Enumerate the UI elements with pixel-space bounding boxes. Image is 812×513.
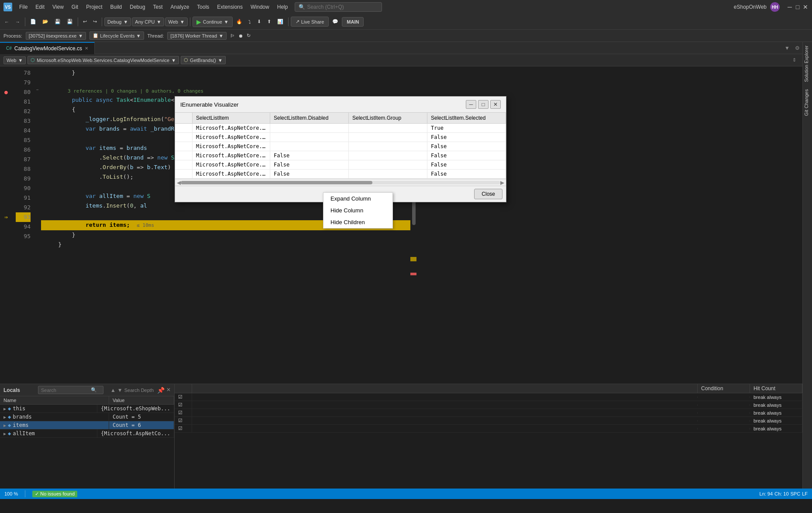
redo-button[interactable]: ↪	[90, 17, 100, 26]
bp-row-3[interactable]: ☑ break always	[175, 409, 802, 417]
dialog-row-2[interactable]: Microsoft.AspNetCore.Mvc.Rendering.Selec…	[175, 142, 506, 151]
locals-search-box[interactable]: 🔍	[38, 386, 103, 394]
process-dropdown[interactable]: [30752] iisexpress.exe ▼	[26, 32, 86, 40]
back-button[interactable]: ←	[2, 18, 12, 26]
target-dropdown[interactable]: Web ▼	[165, 17, 187, 26]
save-button[interactable]: 💾	[52, 17, 63, 26]
scope-dropdown[interactable]: Web ▼	[3, 56, 26, 64]
tab-dropdown-button[interactable]: ▼	[782, 45, 792, 51]
menu-view[interactable]: View	[49, 2, 67, 12]
status-line[interactable]: Ln: 94 Ch: 10 SPC LF	[760, 491, 808, 496]
thread-dropdown[interactable]: [1876] Worker Thread ▼	[167, 32, 227, 40]
dialog-th-3[interactable]: SelectListItem.Group	[349, 113, 427, 123]
ienumerable-dialog[interactable]: IEnumerable Visualizer ─ □ ✕ SelectListI…	[175, 96, 506, 202]
scroll-right-btn[interactable]: ▶	[500, 180, 504, 186]
status-zoom[interactable]: 100 %	[4, 491, 18, 496]
lifecycle-events-btn[interactable]: 📋 Lifecycle Events ▼	[89, 31, 144, 40]
bp-row-2[interactable]: ☑ break always	[175, 401, 802, 409]
menu-file[interactable]: File	[16, 2, 31, 12]
step-into-button[interactable]: ⬇	[255, 17, 264, 26]
forward-button[interactable]: →	[13, 18, 23, 26]
debug-mode-dropdown[interactable]: Debug ▼	[104, 17, 131, 26]
bp-check-3[interactable]: ☑	[175, 409, 192, 416]
expand-items[interactable]: ▶	[3, 423, 6, 428]
scroll-left-btn[interactable]: ◀	[177, 180, 181, 186]
menu-project[interactable]: Project	[83, 2, 106, 12]
send-feedback-button[interactable]: 💬	[330, 17, 341, 26]
minimize-button[interactable]: ─	[787, 4, 793, 10]
locals-row-items[interactable]: ▶ ◆ items Count = 6	[0, 421, 174, 430]
expand-brands[interactable]: ▶	[3, 415, 6, 419]
pin-button[interactable]: 📌	[157, 387, 165, 394]
continue-button[interactable]: ▶ Continue ▼	[193, 17, 233, 27]
menu-edit[interactable]: Edit	[32, 2, 48, 12]
tab-close-button[interactable]: ✕	[85, 46, 88, 51]
user-avatar[interactable]: HH	[770, 2, 780, 12]
bp-row-4[interactable]: ☑ break always	[175, 417, 802, 425]
dialog-th-4[interactable]: SelectListItem.Selected	[427, 113, 506, 123]
platform-dropdown[interactable]: Any CPU ▼	[132, 17, 164, 26]
menu-git[interactable]: Git	[68, 2, 82, 12]
dialog-th-2[interactable]: SelectListItem.Disabled	[270, 113, 349, 123]
main-branch-button[interactable]: MAIN	[342, 17, 364, 27]
col-80[interactable]: −	[34, 87, 41, 97]
open-button[interactable]: 📂	[40, 17, 51, 26]
dialog-scrollbar-track[interactable]	[181, 181, 500, 184]
method-dropdown[interactable]: ⬡ GetBrands() ▼	[181, 56, 226, 64]
down-arrow-btn[interactable]: ▼	[117, 387, 123, 393]
close-button[interactable]: ✕	[802, 4, 809, 10]
dialog-row-5[interactable]: Microsoft.AspNetCore.Mvc.Rendering.Selec…	[175, 170, 506, 179]
undo-button[interactable]: ↩	[80, 17, 89, 26]
step-out-button[interactable]: ⬆	[265, 17, 274, 26]
bp-row-5[interactable]: ☑ break always	[175, 425, 802, 433]
global-search-box[interactable]: 🔍	[295, 2, 382, 12]
solution-explorer-tab[interactable]: Solution Explorer	[803, 42, 812, 86]
menu-test[interactable]: Test	[150, 2, 166, 12]
status-issues[interactable]: ✓ No issues found	[32, 491, 77, 497]
nav-expand-button[interactable]: ⇕	[790, 57, 799, 63]
bp-check-5[interactable]: ☑	[175, 425, 192, 432]
menu-window[interactable]: Window	[247, 2, 273, 12]
menu-debug[interactable]: Debug	[126, 2, 148, 12]
expand-allitem[interactable]: ▶	[3, 431, 6, 436]
new-file-button[interactable]: 📄	[28, 17, 39, 26]
dialog-row-0[interactable]: Microsoft.AspNetCore.Mvc.Rendering.Selec…	[175, 124, 506, 133]
dialog-minimize-btn[interactable]: ─	[466, 100, 476, 109]
menu-build[interactable]: Build	[107, 2, 126, 12]
git-changes-tab[interactable]: Git Changes	[803, 86, 812, 119]
expand-this[interactable]: ▶	[3, 406, 6, 411]
locals-row-allitem[interactable]: ▶ ◆ allItem {Microsoft.AspNetCo...	[0, 430, 174, 438]
hot-reload-button[interactable]: 🔥	[234, 17, 245, 26]
menu-analyze[interactable]: Analyze	[167, 2, 193, 12]
close-panel-button[interactable]: ✕	[166, 387, 171, 394]
bp-check-2[interactable]: ☑	[175, 401, 192, 409]
locals-row-this[interactable]: ▶ ◆ this {Microsoft.eShopWeb...	[0, 405, 174, 413]
menu-help[interactable]: Help	[274, 2, 292, 12]
up-arrow-btn[interactable]: ▲	[110, 387, 116, 393]
dialog-scrollbar-thumb[interactable]	[181, 181, 372, 184]
step-over-button[interactable]: ⤵	[246, 18, 254, 26]
dialog-th-1[interactable]: SelectListItem	[193, 113, 270, 123]
maximize-button[interactable]: □	[795, 4, 801, 10]
dialog-row-4[interactable]: Microsoft.AspNetCore.Mvc.Rendering.Selec…	[175, 160, 506, 170]
bp-check-4[interactable]: ☑	[175, 417, 192, 424]
bp-check-1[interactable]: ☑	[175, 393, 192, 401]
tab-catalogviewmodelservice[interactable]: C# CatalogViewModelService.cs ✕	[0, 42, 95, 54]
locals-row-brands[interactable]: ▶ ◆ brands Count = 5	[0, 413, 174, 421]
diagnostics-button[interactable]: 📊	[275, 17, 286, 26]
bp-row-1[interactable]: ☑ break always	[175, 393, 802, 401]
settings-button[interactable]: ⚙	[792, 45, 802, 51]
dialog-close-button[interactable]: Close	[474, 189, 502, 199]
save-all-button[interactable]: 💾	[64, 17, 76, 26]
live-share-button[interactable]: ↗ Live Share	[291, 17, 329, 27]
menu-extensions[interactable]: Extensions	[213, 2, 246, 12]
locals-search-input[interactable]	[41, 388, 89, 393]
service-dropdown[interactable]: ⬡ Microsoft.eShopWeb.Web.Services.Catalo…	[28, 56, 179, 64]
dialog-row-3[interactable]: Microsoft.AspNetCore.Mvc.Rendering.Selec…	[175, 151, 506, 160]
dialog-close-btn[interactable]: ✕	[490, 100, 501, 109]
global-search-input[interactable]	[307, 4, 368, 10]
dialog-scrollbar[interactable]: ◀ ▶	[175, 179, 506, 186]
menu-tools[interactable]: Tools	[193, 2, 213, 12]
dialog-maximize-btn[interactable]: □	[478, 100, 489, 109]
dialog-row-1[interactable]: Microsoft.AspNetCore.Mvc.Rendering.Selec…	[175, 133, 506, 142]
